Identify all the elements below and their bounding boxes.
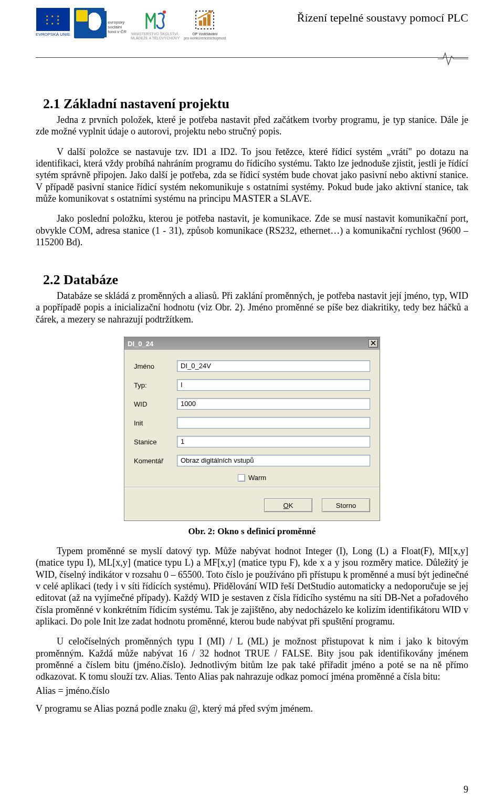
esf-label: evropský sociální fond v ČR	[108, 8, 127, 34]
svg-rect-4	[207, 14, 211, 26]
msmt-icon	[143, 8, 167, 32]
esf-logo: evropský sociální fond v ČR	[74, 8, 127, 38]
para-2-1-intro: Jedna z prvních položek, které je potřeb…	[36, 114, 468, 138]
op-label: OP Vzdělávání pro konkurenceschopnost	[184, 32, 226, 40]
stanice-field[interactable]: 1	[177, 436, 370, 447]
init-label: Init	[134, 419, 177, 427]
para-2-2-intro: Databáze se skládá z proměnných a aliasů…	[36, 290, 468, 325]
svg-rect-2	[199, 20, 202, 26]
warm-label: Warm	[248, 474, 266, 482]
header-divider	[36, 51, 468, 67]
close-icon	[371, 340, 376, 347]
para-2-2-bits: U celočíselných proměnných typu I (MI) /…	[36, 636, 468, 682]
dialog-title: DI_0_24	[128, 340, 153, 348]
ok-button[interactable]: OK	[264, 498, 312, 512]
para-2-2-type: Typem proměnné se myslí datový typ. Může…	[36, 545, 468, 627]
ecg-squiggle-icon	[438, 51, 468, 67]
eu-flag-label: EVROPSKÁ UNIE	[36, 32, 70, 37]
variable-definition-dialog: DI_0_24 Jméno DI_0_24V Typ: I WID	[124, 337, 380, 521]
komentar-label: Komentář	[134, 457, 177, 465]
init-field[interactable]	[177, 417, 370, 429]
jmeno-label: Jméno	[134, 362, 177, 370]
logo-strip: ★ ★ ★★ ★★ ★ ★ EVROPSKÁ UNIE evropský soc…	[36, 8, 226, 40]
dialog-separator	[124, 487, 380, 488]
para-2-2-alias-at: V programu se Alias pozná podle znaku @,…	[36, 703, 468, 714]
msmt-logo: MINISTERSTVO ŠKOLSTVÍ, MLÁDEŽE A TĚLOVÝC…	[131, 8, 180, 40]
page-number: 9	[464, 784, 468, 795]
alias-equation: Alias = jméno.číslo	[36, 685, 468, 696]
typ-label: Typ:	[134, 381, 177, 389]
para-2-1-comm: Jako poslední položku, kterou je potřeba…	[36, 213, 468, 248]
svg-point-0	[163, 11, 166, 14]
heading-2-1: 2.1 Základní nastavení projektu	[43, 96, 468, 112]
document-title: Řízení tepelné soustavy pomocí PLC	[297, 8, 468, 25]
figure-caption: Obr. 2: Okno s definicí proměnné	[36, 526, 468, 537]
heading-2-2: 2.2 Databáze	[43, 272, 468, 288]
komentar-field[interactable]: Obraz digitálních vstupů	[177, 455, 370, 466]
warm-checkbox-row[interactable]: Warm	[134, 474, 370, 482]
svg-rect-3	[203, 17, 206, 26]
wid-field[interactable]: 1000	[177, 398, 370, 410]
warm-checkbox[interactable]	[238, 474, 245, 482]
storno-button[interactable]: Storno	[322, 498, 370, 512]
close-button[interactable]	[369, 339, 378, 348]
esf-icon	[74, 8, 104, 38]
stanice-label: Stanice	[134, 438, 177, 446]
msmt-label: MINISTERSTVO ŠKOLSTVÍ, MLÁDEŽE A TĚLOVÝC…	[131, 32, 180, 40]
para-2-1-id: V další položce se nastavuje tzv. ID1 a …	[36, 146, 468, 205]
dialog-titlebar[interactable]: DI_0_24	[124, 337, 380, 350]
eu-flag-logo: ★ ★ ★★ ★★ ★ ★ EVROPSKÁ UNIE	[36, 8, 70, 37]
eu-flag-icon: ★ ★ ★★ ★★ ★ ★	[36, 8, 70, 31]
wid-label: WID	[134, 400, 177, 408]
typ-field[interactable]: I	[177, 379, 370, 391]
jmeno-field[interactable]: DI_0_24V	[177, 360, 370, 372]
op-logo: OP Vzdělávání pro konkurenceschopnost	[184, 8, 226, 40]
page-header: ★ ★ ★★ ★★ ★ ★ EVROPSKÁ UNIE evropský soc…	[36, 8, 468, 46]
op-icon	[193, 8, 217, 32]
